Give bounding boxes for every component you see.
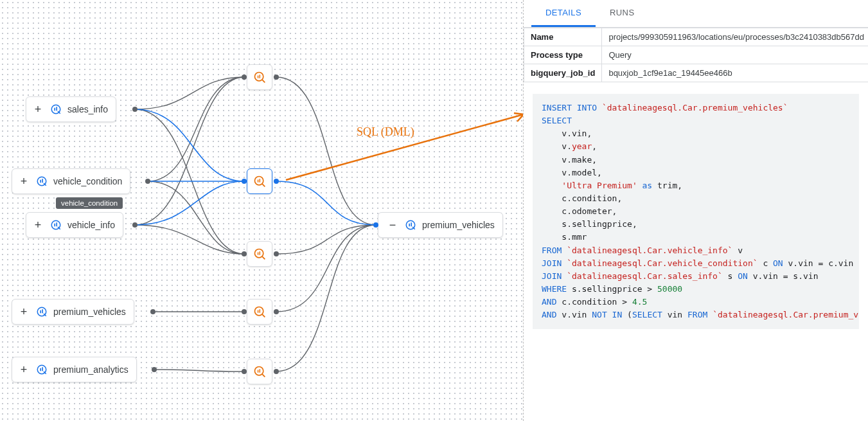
table-row: Nameprojects/999305911963/locations/eu/p… [524,28,869,46]
output-port[interactable] [145,179,150,184]
svg-point-36 [255,367,263,375]
svg-rect-21 [258,76,259,78]
table-row: bigquery_job_idbquxjob_1cf9e1ac_19445ee4… [524,64,869,82]
node-label: sales_info [67,104,108,114]
node-premium-vehicles-target[interactable]: − premium_vehicles [378,212,503,238]
tab-runs[interactable]: RUNS [596,0,648,27]
output-port[interactable] [274,369,279,374]
process-node[interactable] [247,299,272,325]
annotation-label: SQL (DML) [357,125,414,139]
svg-rect-38 [260,369,261,372]
node-label: premium_analytics [53,364,128,375]
node-sales-info[interactable]: + sales_info [26,96,116,122]
svg-rect-26 [260,179,261,182]
process-node[interactable] [247,64,272,90]
bigquery-table-icon [35,305,48,318]
svg-rect-33 [258,310,259,313]
node-vehicle-condition[interactable]: + vehicle_condition [12,168,130,194]
svg-rect-10 [56,222,57,226]
prop-key: Name [524,28,602,46]
tooltip: vehicle_condition [56,197,123,209]
node-label: premium_vehicles [53,307,126,317]
node-premium-vehicles-src[interactable]: + premium_vehicles [12,299,134,325]
bigquery-table-icon [35,363,48,376]
svg-rect-29 [258,253,259,255]
svg-rect-13 [40,310,41,314]
bigquery-table-icon [404,219,417,231]
svg-point-20 [255,73,263,81]
output-port[interactable] [274,251,279,256]
details-pane: DETAILS RUNS Nameprojects/999305911963/l… [524,0,868,421]
output-port[interactable] [132,222,137,228]
input-port[interactable] [242,75,247,80]
svg-rect-9 [54,224,55,227]
prop-key: bigquery_job_id [524,64,602,82]
bigquery-table-icon [49,219,62,231]
svg-point-28 [255,249,263,258]
svg-rect-5 [40,180,41,183]
input-port[interactable] [242,309,247,314]
expand-icon[interactable]: + [17,305,30,318]
input-port[interactable] [242,179,247,184]
svg-rect-41 [409,224,410,227]
node-vehicle-info[interactable]: + vehicle_info [26,212,123,238]
output-port[interactable] [152,367,157,372]
expand-icon[interactable]: + [31,103,44,116]
expand-icon[interactable]: + [31,219,44,231]
svg-rect-6 [42,179,43,183]
prop-value: Query [602,46,868,64]
prop-value: bquxjob_1cf9e1ac_19445ee466b [602,64,868,82]
svg-rect-18 [42,367,43,371]
svg-rect-42 [411,222,412,226]
input-port[interactable] [373,222,378,228]
node-premium-analytics[interactable]: + premium_analytics [12,357,137,382]
prop-key: Process type [524,46,602,64]
svg-rect-14 [42,309,43,313]
node-label: premium_vehicles [422,220,495,230]
process-node[interactable] [247,241,272,267]
lineage-canvas[interactable]: + sales_info + vehicle_condition vehicle… [0,0,524,421]
properties-table: Nameprojects/999305911963/locations/eu/p… [524,28,868,82]
svg-line-39 [262,374,265,377]
tab-details[interactable]: DETAILS [531,0,596,27]
sql-code-block[interactable]: INSERT INTO `datalineagesql.Car.premium_… [533,94,859,329]
svg-rect-30 [260,251,261,255]
output-port[interactable] [150,309,155,314]
output-port[interactable] [274,179,279,184]
node-label: vehicle_condition [53,176,122,186]
svg-line-23 [262,80,265,82]
input-port[interactable] [242,251,247,256]
table-row: Process typeQuery [524,46,869,64]
input-port[interactable] [242,369,247,374]
process-node[interactable] [247,359,272,384]
svg-line-27 [262,184,265,186]
svg-rect-37 [258,370,259,373]
svg-rect-25 [258,180,259,183]
collapse-icon[interactable]: − [386,219,399,231]
bigquery-table-icon [49,103,62,116]
svg-line-35 [262,314,265,317]
svg-rect-1 [54,108,55,111]
svg-rect-22 [260,75,261,78]
output-port[interactable] [274,309,279,314]
svg-rect-34 [260,309,261,312]
prop-value: projects/999305911963/locations/eu/proce… [602,28,868,46]
output-port[interactable] [274,75,279,80]
expand-icon[interactable]: + [17,175,30,188]
svg-point-32 [255,307,263,316]
svg-point-24 [255,177,263,185]
tabs: DETAILS RUNS [524,0,868,28]
svg-line-31 [262,256,265,259]
process-node-selected[interactable] [247,168,272,194]
output-port[interactable] [132,107,137,112]
node-label: vehicle_info [67,220,115,230]
svg-rect-2 [56,107,57,111]
bigquery-table-icon [35,175,48,188]
svg-rect-17 [40,368,41,372]
expand-icon[interactable]: + [17,363,30,376]
